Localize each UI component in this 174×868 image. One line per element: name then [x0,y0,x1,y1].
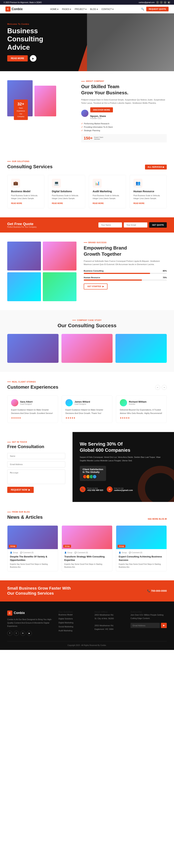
hero-play-button[interactable]: ▶ [30,55,36,62]
twitter-icon[interactable]: t [160,1,163,4]
footer-link-digital-solutions[interactable]: Digital Solutions [58,618,73,620]
blog-meta-3: 👤 Group 💬 Comment (0) [119,552,164,554]
brand-title: Empowering BrandGrowth Together [84,245,167,257]
footer-twitter-icon[interactable]: t [14,631,19,636]
about-content: ABOUT COMPANY Our Skilled TeamGrow Your … [76,80,167,143]
experience-label: Years ExperienceOur Company [17,107,25,118]
see-more-blog-link[interactable]: SEE MORE BLOG ▶ [148,518,167,520]
footer-link-digital-marketing[interactable]: Digital Marketing [58,622,73,624]
brand-description: Praesent at Sollicitudin Nam Fuerce Cons… [84,259,167,266]
testimonial-card-1: Sara Albert Lead Designer Expert Guidanc… [7,395,58,423]
success-image-3 [116,334,167,363]
testimonials-title-block: REAL CLIENT STORIES Customer Experiences [7,381,58,390]
nav-project[interactable]: PROJECT ▾ [75,8,86,10]
all-services-button[interactable]: ALL SERVICES ▶ [145,164,167,169]
nav-blog[interactable]: BLOG ▾ [90,8,98,10]
brand-images [7,242,76,301]
blog-meta-group-1: 👤 Group [10,552,18,554]
read-more-1[interactable]: READ MORE [11,203,22,204]
brand-section: BRAND SUCCESS Empowering BrandGrowth Tog… [0,232,174,310]
consultation-email-input[interactable] [7,461,65,467]
brand-image-4 [43,272,76,301]
read-more-4[interactable]: READ MORE [133,203,145,204]
nav-home[interactable]: HOME ▾ [50,8,58,10]
request-now-button[interactable]: REQUEST NOW ▶ [7,487,34,493]
get-started-button[interactable]: GET STARTED ▶ [84,283,107,289]
consultation-message-input[interactable] [7,470,65,484]
testimonials-title: Customer Experiences [7,384,58,390]
digital-solutions-icon: 💻 [52,179,61,188]
search-icon[interactable]: 🔍 [141,8,144,10]
author-title: Founder CEO [90,118,113,119]
consultation-name-field [7,453,65,459]
linkedin-icon[interactable]: in [164,1,167,4]
footer-facebook-icon[interactable]: f [7,631,12,636]
success-image-2 [61,334,113,363]
success-section: COMPANY CASE STUDY Our Consulting Succes… [0,310,174,372]
discover-more-button[interactable]: DISCOVER MORE [90,107,113,113]
about-description: Pellpent Uniqual Diam In Dolce Euismod S… [81,98,167,105]
blog-title: News & Articles [7,515,43,520]
consultation-info-desc: Sarpen A Felis Consequat. Vered Orci Lur… [80,456,167,462]
testimonial-prev-arrow[interactable]: ← [155,385,160,390]
brand-image-2 [43,242,76,271]
business-model-icon: 💼 [11,179,20,188]
footer-link-social-marketing[interactable]: Social Marketing [58,625,73,628]
blog-meta-2: 👤 Group 💬 Comment (0) [64,552,110,554]
testimonial-stars-3: ★★★★★ [120,417,163,419]
audit-marketing-icon: 📊 [93,179,102,188]
testimonial-nav-arrows: ← → [155,385,167,390]
nav-pages[interactable]: PAGES ▾ [62,8,71,10]
services-grid: 💼 Business Model Pivot Business Scale to… [7,175,167,208]
footer-link-audit-marketing[interactable]: Audit Marketing [58,629,72,632]
testimonial-avatar-2 [66,399,73,406]
testimonial-next-arrow[interactable]: → [162,385,167,390]
experience-badge: 32+ Years ExperienceOur Company [14,99,28,120]
blog-cat-1: Group [9,545,17,548]
read-more-3[interactable]: READ MORE [93,203,104,204]
consultation-info-area: We Serving 30% OfGlobal 600 Companies Sa… [73,432,174,502]
social-icons: f t in ▶ [156,1,170,4]
service-card-human-resource: 👥 Human Resource Pivot Business Scale to… [130,175,167,208]
read-more-2[interactable]: READ MORE [52,203,63,204]
facebook-icon[interactable]: f [156,1,159,4]
get-quote-button[interactable]: GET QUOTE [149,222,167,228]
success-title: Our Consulting Success [7,323,167,329]
nav-contact[interactable]: CONTACT ▾ [101,8,114,10]
testimonial-top-3: Richard William Investor [120,399,163,406]
contact-email-label: Drop Us Line [114,487,133,489]
quote-title: Get Free Quote [7,222,37,226]
email-icon: ✉ [107,487,113,492]
hero-read-more-button[interactable]: READ MORE [7,55,28,61]
youtube-icon[interactable]: ▶ [168,1,170,4]
blog-cat-2: Group [63,545,71,548]
consultation-name-input[interactable] [7,453,65,459]
quote-email-input[interactable] [124,222,147,227]
quote-name-input[interactable] [98,222,122,227]
footer-youtube-icon[interactable]: ▶ [27,631,32,636]
progress-label-1: Business Consulting [84,270,103,272]
subscribe-button[interactable]: ▶ [161,623,167,628]
request-quote-button[interactable]: REQUEST QUOTE [146,7,169,11]
testimonial-role-1: Lead Designer [20,403,33,405]
footer-linkedin-icon[interactable]: in [20,631,25,636]
blog-grid: Group 👤 Group 💬 Comment (0) Despite The … [7,525,167,571]
footer-about-column: C Conbix Conbix Is At Our Best Designed … [7,611,53,636]
nav-links: HOME ▾ PAGES ▾ PROJECT ▾ BLOG ▾ CONTACT … [50,8,114,10]
testimonial-avatar-3 [120,399,127,406]
footer-logo-icon: C [7,611,12,616]
service-title-1: Business Model [11,190,41,193]
testimonial-role-3: Investor [129,403,146,405]
about-author: DISCOVER MORE Nguyen, Shane Founder CEO [81,107,167,119]
testimonial-avatar-1 [11,399,18,406]
consultation-label: GET IN TOUCH [7,441,65,443]
subscribe-email-input[interactable] [130,623,160,628]
hero-section: Welcome To Conbix BusinessConsultingAdvi… [0,13,174,71]
nav-right: 🔍 REQUEST QUOTE [141,7,169,11]
logo[interactable]: C Conbix [5,6,23,11]
testimonial-card-3: Richard William Investor Delivered Beyon… [116,395,167,423]
contact-email-item: ✉ Drop Us Line canbox@gmail.com [107,487,133,492]
footer-link-business-model[interactable]: Business Model [58,614,73,616]
satisfaction-badge: Client SatisfactionIn The Globally [80,466,106,481]
testimonials-label: REAL CLIENT STORIES [7,381,58,383]
